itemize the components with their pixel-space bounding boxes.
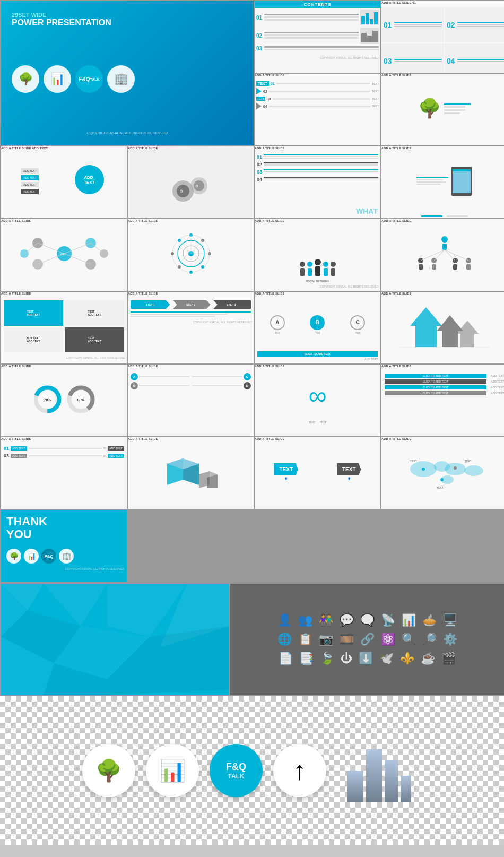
abc-cta: CLICK TO ADD TEXT ADD TEXT bbox=[255, 351, 380, 363]
slide-tablet[interactable]: ADD A TITLE SLIDE bbox=[381, 146, 504, 218]
preview-faq-icon: F&Q TALK bbox=[210, 744, 263, 797]
slide-click-list[interactable]: ADD A TITLE SLIDE CLICK TO ADD TEXT ADD … bbox=[381, 365, 504, 436]
abcd-c: C bbox=[192, 373, 251, 380]
slide-abcd-list[interactable]: ADD A TITLE SLIDE A B C D bbox=[128, 365, 254, 436]
icons-row-1: 👤 👥 👫 💬 🗨️ 📡 📊 🥧 🖥️ bbox=[277, 613, 457, 627]
click-list-content: CLICK TO ADD TEXT ADD TEXT CLICK TO ADD … bbox=[381, 370, 504, 399]
slide-numbered-01[interactable]: ADD A TITLE SLIDE 01 01 02 03 bbox=[381, 1, 504, 73]
slide-label-add-text: ADD A TITLE SLIDE ADD TEXT bbox=[1, 146, 127, 150]
slide-tree-circles[interactable]: ADD A TITLE SLIDE 🌳 bbox=[381, 74, 504, 145]
person-3 bbox=[315, 259, 321, 276]
num-cell-03: 03 bbox=[381, 43, 444, 73]
abcd-b: B bbox=[131, 382, 189, 389]
svg-point-69 bbox=[464, 465, 483, 476]
icons-sheet: 👤 👥 👫 💬 🗨️ 📡 📊 🥧 🖥️ 🌐 📋 📷 🎞️ 🔗 ⚛️ 🔍 🔎 ⚙️… bbox=[230, 584, 504, 695]
svg-text:TEXT: TEXT bbox=[410, 460, 417, 463]
thank-chart-icon: 📊 bbox=[24, 549, 39, 564]
thank-faq-icon: F&Q bbox=[41, 549, 56, 564]
bubble-text-left: ADD TEXT ADD TEXT ADD TEXT ADD TEXT bbox=[21, 168, 39, 194]
slide-thank-you[interactable]: THANK YOU 🌳 📊 F&Q 🏢 COPYRIGHT ASADAL. AL… bbox=[1, 510, 127, 582]
steps-content: STEP 1 STEP 2 STEP 3 bbox=[128, 298, 254, 319]
slide-label-network: ADD A TITLE SLIDE bbox=[1, 219, 127, 222]
slide-steps[interactable]: ADD A TITLE SLIDE STEP 1 STEP 2 STEP 3 C… bbox=[128, 292, 254, 363]
slide-label-num-text: ADD A TITLE SLIDE bbox=[1, 437, 127, 440]
slide-text-grid[interactable]: ADD A TITLE SLIDE TEXTADD TEXT TEXTADD T… bbox=[1, 292, 127, 363]
arrow-row-3: TEXT 03 TEXT bbox=[256, 97, 379, 101]
slide-numbered-addtext[interactable]: ADD A TITLE SLIDE 01 ADD TEXT 02 ADD TEX… bbox=[1, 437, 127, 509]
icons-row-2: 🌐 📋 📷 🎞️ 🔗 ⚛️ 🔍 🔎 ⚙️ bbox=[277, 633, 457, 646]
step-3: STEP 3 bbox=[212, 300, 251, 309]
slide-text-arrows[interactable]: ADD A TITLE SLIDE TEXT 01 TEXT 02 TEXT T… bbox=[255, 74, 380, 145]
slide-big-arrow[interactable]: ADD A TITLE SLIDE bbox=[381, 292, 504, 363]
bottom-section: 👤 👥 👫 💬 🗨️ 📡 📊 🥧 🖥️ 🌐 📋 📷 🎞️ 🔗 ⚛️ 🔍 🔎 ⚙️… bbox=[0, 583, 504, 696]
circle-c: C Text bbox=[350, 315, 365, 334]
slide-gear-icons[interactable]: ADD A TITLE SLIDE ⚙ ⚙ COPYRIGHT ASADAL. … bbox=[128, 146, 254, 218]
person-1 bbox=[300, 262, 305, 276]
text-cell-1: TEXTADD TEXT bbox=[4, 300, 63, 326]
text-grid: TEXTADD TEXT TEXTADD TEXT BUY TEXTADD TE… bbox=[1, 298, 127, 355]
svg-text:⚙: ⚙ bbox=[179, 189, 183, 194]
num-text-content: 01 ADD TEXT 02 ADD TEXT 03 ADD TEXT 04 A… bbox=[1, 443, 127, 461]
list-content: 01 02 03 bbox=[255, 152, 380, 184]
checker-section: 🌳 📊 F&Q TALK ↑ bbox=[0, 696, 504, 845]
bar-chart-1 bbox=[360, 10, 379, 25]
tree-icon-circle: 🌳 bbox=[12, 65, 39, 93]
arrow-chart-svg bbox=[399, 305, 490, 352]
svg-point-71 bbox=[422, 468, 425, 471]
svg-marker-52 bbox=[456, 321, 479, 347]
browser-icon: 🌐 bbox=[277, 633, 292, 646]
text-cell-2: TEXTADD TEXT bbox=[65, 300, 124, 326]
slide-people-hierarchy[interactable]: ADD A TITLE SLIDE bbox=[381, 219, 504, 291]
faq-icon-circle: F&QTALK bbox=[75, 65, 103, 93]
slide-list-01-04[interactable]: ADD A TITLE SLIDE 01 02 03 bbox=[255, 146, 380, 218]
slide-label-infinity: ADD A TITLE SLIDE bbox=[255, 365, 380, 368]
settings-gear-icon: ⚙️ bbox=[443, 633, 457, 646]
layers-icon: 📋 bbox=[298, 633, 312, 646]
donut-svg-1: 70% bbox=[33, 385, 62, 414]
svg-line-48 bbox=[445, 250, 455, 261]
list-item-2: 02 bbox=[257, 162, 378, 167]
circle-a: A Text bbox=[270, 315, 285, 334]
slide-globe[interactable]: ADD A TITLE SLIDE bbox=[128, 219, 254, 291]
text-cell-4: TEXTADD TEXT bbox=[65, 327, 124, 353]
slide-grid: 29SET WIDE POWER PRESENTATION 🌳 📊 F&QTAL… bbox=[0, 0, 504, 583]
slide-text-arrows-2[interactable]: ADD A TITLE SLIDE TEXT 👤 TEXT 👤 bbox=[255, 437, 380, 509]
slide-social-network[interactable]: ADD A TITLE SLIDE S bbox=[255, 219, 380, 291]
preview-building bbox=[337, 739, 422, 802]
slide-infinity[interactable]: ADD A TITLE SLIDE ∞ TEXT TEXT bbox=[255, 365, 380, 436]
power-icon: ⏻ bbox=[341, 652, 352, 665]
slide-label-click: ADD A TITLE SLIDE bbox=[381, 365, 504, 368]
rss-icon: 📡 bbox=[381, 613, 395, 627]
camera-icon: 📷 bbox=[319, 633, 333, 646]
slide-main-title[interactable]: 29SET WIDE POWER PRESENTATION 🌳 📊 F&QTAL… bbox=[1, 1, 254, 145]
gear-svg: ⚙ ⚙ bbox=[164, 167, 218, 210]
bird-icon: 🕊️ bbox=[379, 652, 394, 665]
windmill-icon: ⚜️ bbox=[400, 652, 414, 665]
svg-text:70%: 70% bbox=[44, 398, 51, 402]
slide-add-text[interactable]: ADD A TITLE SLIDE ADD TEXT ADD TEXT ADD … bbox=[1, 146, 127, 218]
slide-cubes[interactable]: ADD A TITLE SLIDE bbox=[128, 437, 254, 509]
tree-content: 🌳 bbox=[381, 80, 504, 137]
slide-network-circles[interactable]: ADD A TITLE SLIDE WiFi bbox=[1, 219, 127, 291]
slide-world-map[interactable]: ADD A TITLE SLIDE TEXT TEXT TEXT bbox=[381, 437, 504, 509]
copyright-contents: COPYRIGHT ASADAL. ALL RIGHTS RESERVED. bbox=[255, 55, 380, 60]
abcd-left: A B bbox=[131, 373, 189, 425]
slide-abc[interactable]: ADD A TITLE SLIDE A Text B Text C Text C… bbox=[255, 292, 380, 363]
abc-content: A Text B Text C Text bbox=[255, 298, 380, 351]
infinity-labels: TEXT TEXT bbox=[255, 421, 380, 427]
num-cell-04: 04 bbox=[445, 43, 504, 73]
person-2 bbox=[307, 262, 312, 276]
network-visual: WiFi bbox=[1, 225, 127, 282]
svg-point-27 bbox=[171, 252, 174, 255]
teal-background-slide[interactable] bbox=[1, 584, 229, 695]
slide-donut-charts[interactable]: ADD A TITLE SLIDE 70% 80% bbox=[1, 365, 127, 436]
list-item-4: 04 bbox=[257, 177, 378, 182]
abcd-content: A B C D bbox=[128, 370, 254, 428]
person-5 bbox=[331, 262, 336, 276]
cubes-content bbox=[128, 443, 254, 500]
main-copyright: COPYRIGHT ASADAL ALL RIGHTS RESERVED bbox=[12, 131, 243, 135]
slide-contents[interactable]: CONTENTS 01 02 bbox=[255, 1, 380, 73]
title-line2: POWER PRESENTATION bbox=[12, 18, 243, 28]
thank-tree-icon: 🌳 bbox=[6, 549, 21, 564]
tablet-content bbox=[381, 152, 504, 210]
